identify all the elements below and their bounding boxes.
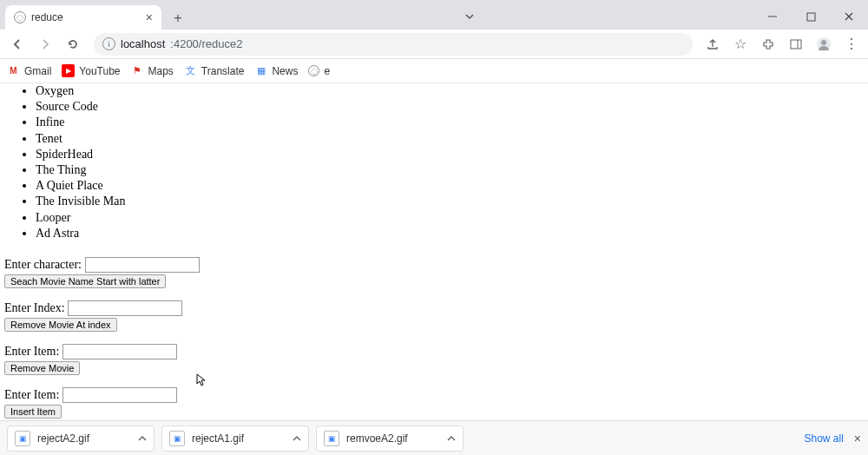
close-tab-icon[interactable]: × — [146, 11, 153, 23]
menu-icon[interactable]: ⋮ — [840, 33, 863, 56]
globe-icon: ◌ — [308, 65, 319, 76]
bookmark-label: Gmail — [24, 65, 51, 77]
chevron-up-icon[interactable] — [293, 434, 301, 443]
search-label: Enter character: — [4, 258, 82, 271]
bookmark-label: e — [324, 65, 330, 77]
download-item[interactable]: ▣ rejectA1.gif — [161, 425, 309, 452]
tab-title: reduce — [31, 11, 63, 23]
list-item: A Quiet Place — [36, 178, 864, 194]
new-tab-button[interactable]: + — [167, 7, 189, 30]
insert-item-label: Enter Item: — [4, 388, 59, 401]
close-downloads-icon[interactable]: × — [854, 432, 861, 445]
show-all-downloads[interactable]: Show all — [804, 432, 843, 445]
download-filename: rejectA2.gif — [37, 432, 89, 445]
search-button[interactable]: Seach Movie Name Start with latter — [4, 274, 166, 288]
remove-index-label: Enter Index: — [4, 301, 65, 314]
bookmark-e[interactable]: ◌e — [308, 65, 330, 77]
file-icon: ▣ — [15, 431, 30, 446]
globe-icon: ◌ — [14, 11, 26, 23]
bookmark-label: News — [272, 65, 298, 77]
info-icon[interactable]: i — [102, 37, 115, 50]
url-input[interactable]: i localhost:4200/reduce2 — [94, 33, 693, 56]
reload-button[interactable] — [61, 32, 85, 56]
list-item: Source Code — [36, 99, 864, 115]
url-host: localhost — [121, 37, 165, 50]
list-item: Oxygen — [36, 83, 864, 99]
list-item: The Invisible Man — [36, 194, 864, 209]
download-item[interactable]: ▣ rejectA2.gif — [7, 425, 155, 452]
insert-item-input[interactable] — [62, 387, 177, 403]
translate-icon: 文 — [184, 64, 197, 77]
bookmarks-bar: MGmail ▶YouTube ⚑Maps 文Translate ▦News ◌… — [0, 59, 868, 83]
bookmark-translate[interactable]: 文Translate — [184, 64, 245, 77]
remove-item-button[interactable]: Remove Movie — [4, 361, 80, 375]
remove-item-label: Enter Item: — [4, 345, 59, 358]
chevron-up-icon[interactable] — [447, 434, 456, 443]
close-window-icon[interactable] — [830, 3, 868, 30]
list-item: Ad Astra — [36, 226, 864, 241]
list-item: Infine — [36, 115, 864, 130]
svg-rect-4 — [791, 40, 801, 49]
youtube-icon: ▶ — [62, 64, 75, 77]
bookmark-youtube[interactable]: ▶YouTube — [62, 64, 120, 77]
url-rest: :4200/reduce2 — [170, 37, 242, 50]
list-item: Tenet — [36, 131, 864, 147]
back-button[interactable] — [5, 32, 30, 56]
bookmark-gmail[interactable]: MGmail — [7, 64, 51, 77]
svg-point-7 — [821, 40, 826, 45]
download-item[interactable]: ▣ remvoeA2.gif — [316, 425, 464, 452]
bookmark-news[interactable]: ▦News — [254, 64, 298, 77]
maps-icon: ⚑ — [131, 64, 144, 77]
page-viewport[interactable]: Oxygen Source Code Infine Tenet SpiderHe… — [0, 83, 868, 420]
list-item: The Thing — [36, 162, 864, 178]
tab-overflow-icon[interactable] — [457, 3, 483, 30]
gmail-icon: M — [7, 64, 20, 77]
remove-item-input[interactable] — [62, 344, 177, 359]
file-icon: ▣ — [324, 431, 339, 446]
forward-button[interactable] — [33, 32, 57, 56]
extensions-icon[interactable] — [757, 33, 779, 56]
tab-strip: ◌ reduce × + — [0, 0, 868, 30]
sidepanel-icon[interactable] — [785, 33, 807, 56]
downloads-bar: ▣ rejectA2.gif ▣ rejectA1.gif ▣ remvoeA2… — [0, 420, 868, 455]
minimize-icon[interactable] — [753, 3, 792, 30]
insert-item-button[interactable]: Insert Item — [4, 405, 62, 419]
bookmark-label: Maps — [148, 65, 174, 77]
star-icon[interactable]: ☆ — [729, 33, 752, 56]
movie-list: Oxygen Source Code Infine Tenet SpiderHe… — [4, 83, 864, 241]
download-filename: rejectA1.gif — [192, 432, 244, 445]
browser-tab[interactable]: ◌ reduce × — [5, 5, 161, 30]
bookmark-maps[interactable]: ⚑Maps — [131, 64, 174, 77]
address-bar: i localhost:4200/reduce2 ☆ ⋮ — [0, 30, 868, 59]
profile-icon[interactable] — [812, 33, 835, 56]
bookmark-label: Translate — [201, 65, 245, 77]
download-filename: remvoeA2.gif — [346, 432, 408, 445]
chevron-up-icon[interactable] — [138, 434, 147, 443]
search-input[interactable] — [85, 257, 200, 273]
bookmark-label: YouTube — [79, 65, 120, 77]
share-icon[interactable] — [701, 33, 724, 56]
remove-index-button[interactable]: Remove Movie At index — [4, 318, 117, 332]
window-controls — [753, 3, 868, 30]
news-icon: ▦ — [254, 64, 267, 77]
file-icon: ▣ — [169, 431, 185, 446]
remove-index-input[interactable] — [68, 300, 182, 316]
list-item: SpiderHead — [36, 147, 864, 162]
svg-rect-1 — [807, 13, 815, 21]
maximize-icon[interactable] — [792, 3, 830, 30]
list-item: Looper — [36, 210, 864, 226]
